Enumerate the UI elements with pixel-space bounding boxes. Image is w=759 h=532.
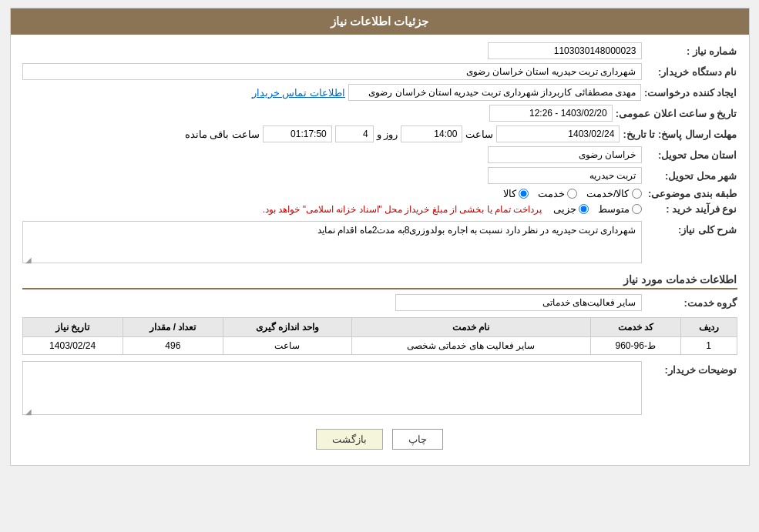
buyer-name-row: نام دستگاه خریدار: — [22, 63, 737, 80]
radio-medium-label: متوسط — [598, 203, 630, 215]
col-row: ردیف — [680, 318, 737, 337]
need-number-label: شماره نیاز : — [645, 45, 737, 57]
process-label: نوع فرآیند خرید : — [645, 203, 737, 215]
radio-service[interactable] — [567, 189, 577, 199]
province-input[interactable] — [488, 146, 642, 163]
province-row: استان محل تحویل: — [22, 146, 737, 163]
radio-service-label: خدمت — [538, 188, 565, 199]
deadline-days-input[interactable] — [335, 125, 374, 142]
description-wrapper: ◢ — [22, 221, 642, 266]
deadline-time-input[interactable] — [401, 125, 462, 142]
print-button[interactable]: چاپ — [392, 429, 443, 450]
radio-goods-service-item: کالا/خدمت — [586, 188, 642, 199]
radio-goods-service[interactable] — [632, 189, 642, 199]
services-section-title: اطلاعات خدمات مورد نیاز — [22, 273, 737, 289]
announce-row: تاریخ و ساعت اعلان عمومی: — [22, 105, 737, 122]
service-group-input[interactable] — [395, 294, 642, 311]
deadline-label: مهلت ارسال پاسخ: تا تاریخ: — [623, 129, 737, 140]
description-row: شرح کلی نیاز: ◢ — [22, 221, 737, 266]
radio-partial-item: جزیی — [553, 203, 589, 215]
deadline-days-label: روز و — [377, 129, 398, 140]
buyer-notes-wrapper: ◢ — [22, 361, 642, 417]
city-input[interactable] — [488, 167, 642, 184]
description-textarea[interactable] — [22, 221, 642, 263]
category-label: طبقه بندی موضوعی: — [645, 188, 737, 199]
radio-goods-item: کالا — [503, 188, 529, 199]
col-date: تاریخ نیاز — [22, 318, 123, 337]
cell-unit: ساعت — [223, 337, 351, 355]
buyer-notes-row: توضیحات خریدار: ◢ — [22, 361, 737, 417]
radio-goods-label: کالا — [503, 188, 516, 199]
col-unit: واحد اندازه گیری — [223, 318, 351, 337]
table-row: 1ط-96-960سایر فعالیت های خدماتی شخصیساعت… — [22, 337, 737, 355]
main-container: جزئیات اطلاعات نیاز شماره نیاز : نام دست… — [10, 8, 750, 466]
description-label: شرح کلی نیاز: — [645, 224, 737, 236]
radio-medium-item: متوسط — [598, 203, 642, 215]
resize-handle: ◢ — [24, 256, 32, 264]
buyer-name-input[interactable] — [22, 63, 642, 80]
table-header-row: ردیف کد خدمت نام خدمت واحد اندازه گیری ت… — [22, 318, 737, 337]
radio-partial-label: جزیی — [553, 203, 576, 215]
need-number-row: شماره نیاز : — [22, 42, 737, 59]
page-title: جزئیات اطلاعات نیاز — [331, 15, 428, 28]
city-label: شهر محل تحویل: — [645, 170, 737, 182]
radio-partial[interactable] — [579, 204, 589, 214]
radio-goods[interactable] — [519, 189, 529, 199]
buyer-name-label: نام دستگاه خریدار: — [645, 66, 737, 78]
col-name: نام خدمت — [351, 318, 590, 337]
category-radio-group: کالا/خدمت خدمت کالا — [503, 188, 642, 199]
cell-name: سایر فعالیت های خدماتی شخصی — [351, 337, 590, 355]
buyer-notes-label: توضیحات خریدار: — [645, 364, 737, 376]
services-table-section: ردیف کد خدمت نام خدمت واحد اندازه گیری ت… — [22, 317, 737, 355]
creator-label: ایجاد کننده درخواست: — [644, 87, 737, 99]
deadline-remaining-input[interactable] — [263, 125, 332, 142]
page-header: جزئیات اطلاعات نیاز — [11, 8, 749, 35]
cell-date: 1403/02/24 — [22, 337, 123, 355]
notice-text: پرداخت تمام یا بخشی از مبلغ خریداز محل "… — [263, 204, 542, 215]
process-radio-group: متوسط جزیی — [553, 203, 642, 215]
buttons-row: چاپ بازگشت — [22, 429, 737, 450]
deadline-time-label: ساعت — [465, 129, 493, 140]
service-group-row: گروه خدمت: — [22, 294, 737, 311]
cell-qty: 496 — [123, 337, 223, 355]
buyer-notes-textarea[interactable] — [22, 361, 642, 415]
creator-row: ایجاد کننده درخواست: اطلاعات تماس خریدار — [22, 84, 737, 101]
radio-service-item: خدمت — [538, 188, 577, 199]
city-row: شهر محل تحویل: — [22, 167, 737, 184]
deadline-remaining-label: ساعت باقی مانده — [185, 129, 260, 140]
province-label: استان محل تحویل: — [645, 149, 737, 161]
radio-goods-service-label: کالا/خدمت — [586, 188, 630, 199]
service-group-label: گروه خدمت: — [645, 297, 737, 309]
cell-code: ط-96-960 — [590, 337, 680, 355]
col-qty: تعداد / مقدار — [123, 318, 223, 337]
announce-input[interactable] — [489, 105, 613, 122]
announce-label: تاریخ و ساعت اعلان عمومی: — [616, 108, 737, 119]
contact-link[interactable]: اطلاعات تماس خریدار — [252, 87, 345, 99]
need-number-input[interactable] — [488, 42, 642, 59]
buyer-notes-resize: ◢ — [24, 408, 32, 416]
deadline-date-input[interactable] — [496, 125, 620, 142]
content-area: شماره نیاز : نام دستگاه خریدار: ایجاد کن… — [11, 35, 749, 465]
process-row: نوع فرآیند خرید : متوسط جزیی پرداخت تمام… — [22, 203, 737, 215]
radio-medium[interactable] — [632, 204, 642, 214]
creator-input[interactable] — [348, 84, 641, 101]
services-table: ردیف کد خدمت نام خدمت واحد اندازه گیری ت… — [22, 317, 737, 355]
col-code: کد خدمت — [590, 318, 680, 337]
cell-row: 1 — [680, 337, 737, 355]
category-row: طبقه بندی موضوعی: کالا/خدمت خدمت کالا — [22, 188, 737, 199]
back-button[interactable]: بازگشت — [316, 429, 383, 450]
deadline-row: مهلت ارسال پاسخ: تا تاریخ: ساعت روز و سا… — [22, 125, 737, 142]
